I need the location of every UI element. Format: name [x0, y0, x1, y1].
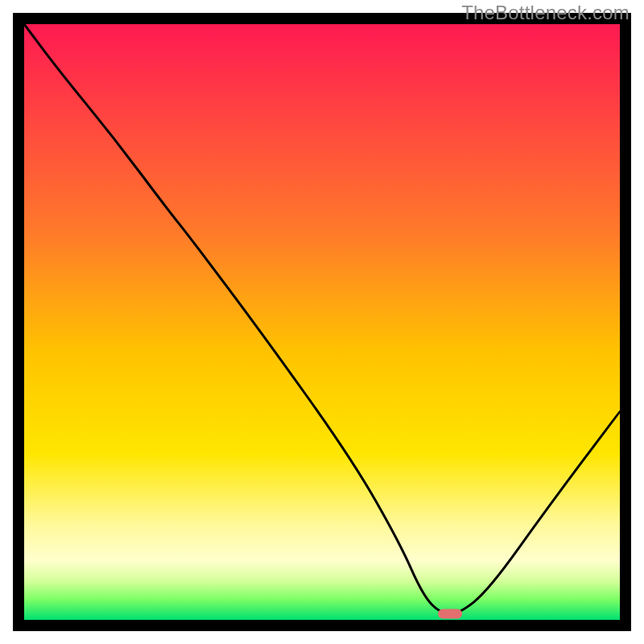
chart-container: TheBottleneck.com: [0, 0, 644, 644]
bottleneck-chart: [0, 0, 644, 644]
watermark-text: TheBottleneck.com: [461, 2, 630, 24]
optimal-marker: [438, 609, 462, 619]
